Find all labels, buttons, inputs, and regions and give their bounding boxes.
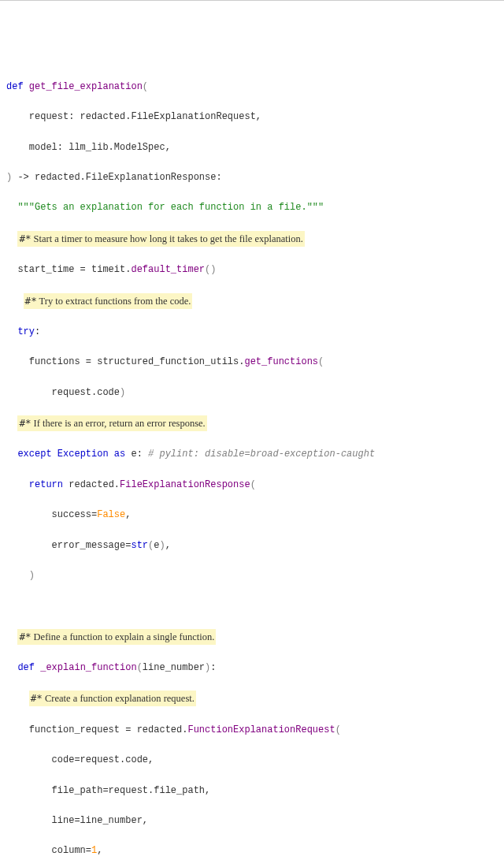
- blank-line: [6, 598, 498, 613]
- code-line: ) -> redacted.FileExplanationResponse:: [6, 170, 498, 185]
- comment-highlight: #* Start a timer to measure how long it …: [17, 231, 304, 247]
- code-line: column=1,: [6, 843, 498, 858]
- code-line: error_message=str(e),: [6, 538, 498, 553]
- code-line: request.code): [6, 385, 498, 400]
- annotation-line: #* Define a function to explain a single…: [6, 629, 498, 646]
- keyword-def: def: [17, 662, 35, 673]
- builtin-exception: Exception: [57, 449, 109, 460]
- fn-name: get_file_explanation: [29, 81, 143, 92]
- code-line: """Gets an explanation for each function…: [6, 200, 498, 215]
- code-line: functions = structured_function_utils.ge…: [6, 355, 498, 370]
- code-line: function_request = redacted.FunctionExpl…: [6, 723, 498, 738]
- bool-false: False: [97, 509, 125, 520]
- code-line: def _explain_function(line_number):: [6, 661, 498, 676]
- annotation-line: #* Try to extract functions from the cod…: [6, 293, 498, 310]
- comment-highlight: #* If there is an error, return an error…: [17, 415, 206, 431]
- comment-highlight: #* Create a function explanation request…: [29, 691, 196, 706]
- inline-comment: # pylint: disable=broad-exception-caught: [148, 449, 375, 460]
- code-line: request: redacted.FileExplanationRequest…: [6, 110, 498, 125]
- code-line: success=False,: [6, 508, 498, 523]
- code-line: return redacted.FileExplanationResponse(: [6, 478, 498, 493]
- keyword-return: return: [29, 479, 63, 490]
- builtin-str: str: [131, 540, 148, 551]
- code-line: ): [6, 568, 498, 583]
- code-line: file_path=request.file_path,: [6, 784, 498, 799]
- keyword-def: def: [6, 81, 24, 92]
- annotation-line: #* Start a timer to measure how long it …: [6, 231, 498, 248]
- code-line: start_time = timeit.default_timer(): [6, 262, 498, 277]
- keyword-try: try: [17, 326, 35, 337]
- number-literal: 1: [91, 845, 97, 856]
- annotation-line: #* If there is an error, return an error…: [6, 415, 498, 432]
- code-block: def get_file_explanation( request: redac…: [6, 65, 498, 860]
- code-line: def get_file_explanation(: [6, 80, 498, 95]
- keyword-except: except: [17, 449, 51, 460]
- code-line: except Exception as e: # pylint: disable…: [6, 447, 498, 462]
- code-line: code=request.code,: [6, 753, 498, 768]
- comment-highlight: #* Define a function to explain a single…: [17, 629, 216, 645]
- code-line: try:: [6, 325, 498, 340]
- docstring: """Gets an explanation for each function…: [6, 202, 324, 213]
- code-line: line=line_number,: [6, 813, 498, 828]
- annotation-line: #* Create a function explanation request…: [6, 691, 498, 707]
- comment-highlight: #* Try to extract functions from the cod…: [24, 293, 193, 309]
- code-line: model: llm_lib.ModelSpec,: [6, 140, 498, 155]
